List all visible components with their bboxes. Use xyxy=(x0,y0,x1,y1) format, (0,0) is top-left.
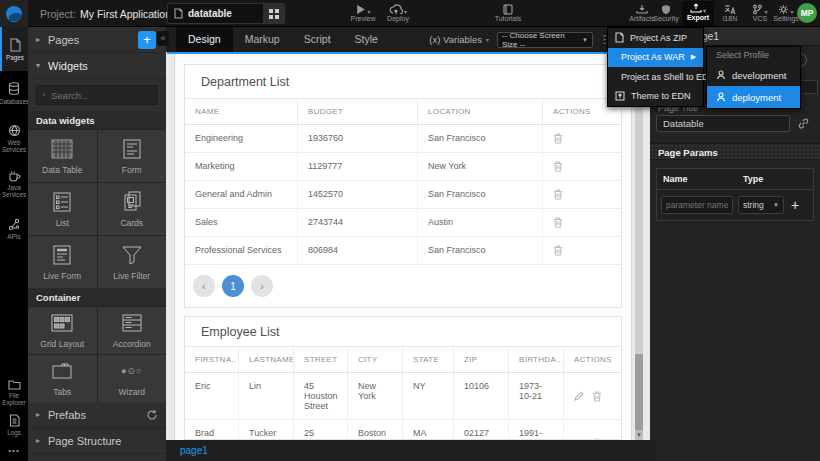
table-row[interactable]: BradTucker 25 Liberty PlBoston MA02127 1… xyxy=(185,420,621,440)
tab-style[interactable]: Style xyxy=(343,27,390,52)
canvas-scrollbar[interactable]: ▼ xyxy=(635,54,643,440)
table-row[interactable]: EricLin 45 Houston StreetNew York NY1010… xyxy=(185,373,621,420)
delete-row-icon[interactable] xyxy=(553,189,563,200)
rail-item-web-services[interactable]: Web Services xyxy=(0,115,28,161)
settings-caret-icon[interactable]: ▾ xyxy=(790,8,793,15)
table-row[interactable]: General and Admin1452570San Francisco xyxy=(185,181,621,209)
preview-button[interactable]: ▾ Preview xyxy=(346,2,380,22)
menu-item-project-as-shell[interactable]: Project as Shell to EDN xyxy=(608,67,703,87)
select-profile-header: Select Profile xyxy=(707,47,800,64)
col-name[interactable]: NAME xyxy=(185,99,297,124)
rail-item-java-services[interactable]: Java Services xyxy=(0,161,28,207)
widget-tile-data-table[interactable]: Data Table xyxy=(28,130,97,182)
menu-item-deployment[interactable]: deployment xyxy=(707,86,800,108)
scrollbar-down-arrow-icon[interactable]: ▼ xyxy=(635,430,643,440)
variables-section-header[interactable]: ▸ Variables xyxy=(28,454,166,461)
add-page-button[interactable]: + xyxy=(138,31,156,49)
vcs-caret-icon[interactable]: ▾ xyxy=(764,8,767,15)
pagination-next-button[interactable]: › xyxy=(251,275,273,297)
widget-tile-accordion[interactable]: Accordion xyxy=(98,307,167,354)
menu-item-theme-to-edn[interactable]: Theme to EDN xyxy=(608,87,703,107)
widget-tile-form[interactable]: Form xyxy=(98,130,167,182)
deploy-button[interactable]: ▾ Deploy xyxy=(380,2,416,22)
preview-label: Preview xyxy=(351,15,376,22)
page-title-input[interactable] xyxy=(656,115,790,132)
screen-size-select[interactable]: -- Choose Screen Size -- ▼ xyxy=(497,32,593,48)
employee-list-widget[interactable]: Employee List FIRSTNA.. LASTNAME STREET … xyxy=(184,316,622,440)
prefabs-chevron-icon: ▸ xyxy=(36,410,48,419)
tab-design[interactable]: Design xyxy=(176,27,233,52)
widget-tile-wizard[interactable]: ●⊙○ Wizard xyxy=(98,355,167,402)
widget-search[interactable] xyxy=(36,85,158,105)
widget-tile-grid-layout[interactable]: Grid Layout xyxy=(28,307,97,354)
param-type-caret-icon: ▼ xyxy=(773,202,779,208)
edit-row-icon[interactable] xyxy=(574,391,584,401)
refresh-icon[interactable] xyxy=(146,409,158,421)
rail-item-logs[interactable]: Logs xyxy=(0,410,28,440)
department-list-widget[interactable]: Department List NAME BUDGET LOCATION ACT… xyxy=(184,64,622,308)
rail-item-file-explorer[interactable]: File Explorer xyxy=(0,375,28,410)
variables-dropdown[interactable]: (x) Variables ▾ xyxy=(429,34,489,45)
delete-row-icon[interactable] xyxy=(553,161,563,172)
page-grid-icon[interactable] xyxy=(263,4,284,23)
tab-markup[interactable]: Markup xyxy=(233,27,292,52)
preview-caret-icon[interactable]: ▾ xyxy=(367,8,370,15)
table-row[interactable]: Professional Services806984San Francisco xyxy=(185,237,621,265)
widget-tile-list[interactable]: List xyxy=(28,183,97,235)
theme-export-icon xyxy=(615,91,625,101)
security-label: Security xyxy=(653,15,678,22)
project-name[interactable]: My First Application xyxy=(80,8,171,20)
export-button[interactable]: ▾ Export xyxy=(682,1,714,26)
delete-row-icon[interactable] xyxy=(553,133,563,144)
widget-search-input[interactable] xyxy=(51,90,151,101)
app-logo[interactable] xyxy=(0,0,28,27)
param-type-select[interactable]: string ▼ xyxy=(738,196,784,214)
i18n-button[interactable]: i18N xyxy=(716,2,744,22)
menu-item-project-as-zip[interactable]: Project As ZIP xyxy=(608,28,703,48)
deploy-caret-icon[interactable]: ▾ xyxy=(404,8,407,15)
rail-item-pages[interactable]: Pages xyxy=(0,27,28,71)
prefabs-section-header[interactable]: ▸ Prefabs xyxy=(28,402,166,428)
user-avatar[interactable]: MP xyxy=(797,3,817,23)
panel-control-box[interactable] xyxy=(800,80,818,94)
table-row[interactable]: Sales2743744Austin xyxy=(185,209,621,237)
tab-script[interactable]: Script xyxy=(292,27,343,52)
page-structure-section-header[interactable]: ▸ Page Structure xyxy=(28,428,166,454)
add-param-button[interactable]: + xyxy=(791,197,799,213)
rail-more-button[interactable]: ••• xyxy=(0,440,28,457)
pagination-prev-button[interactable]: ‹ xyxy=(193,275,215,297)
pages-section-header[interactable]: ▸ Pages + xyxy=(28,27,166,53)
design-canvas[interactable]: Department List NAME BUDGET LOCATION ACT… xyxy=(166,52,650,440)
param-name-input[interactable] xyxy=(661,196,733,214)
widget-tile-tabs[interactable]: Tabs xyxy=(28,355,97,402)
tile-label: Data Table xyxy=(42,165,82,175)
col-location[interactable]: LOCATION xyxy=(417,99,542,124)
security-button[interactable]: Security xyxy=(650,2,682,22)
widgets-section-header[interactable]: ▾ Widgets xyxy=(28,53,166,79)
menu-item-project-as-war[interactable]: Project As WAR ▶ xyxy=(608,48,703,68)
scrollbar-thumb[interactable] xyxy=(635,354,643,430)
pagination-current-page[interactable]: 1 xyxy=(222,275,244,297)
table-row[interactable]: Engineering1936760San Francisco xyxy=(185,125,621,153)
panel-collapse-button[interactable]: « xyxy=(157,31,169,46)
widget-tile-live-filter[interactable]: Live Filter xyxy=(98,236,167,288)
open-page-tab[interactable]: page1 xyxy=(166,445,208,456)
menu-item-development[interactable]: development xyxy=(707,64,800,86)
delete-row-icon[interactable] xyxy=(553,245,563,256)
bind-link-icon[interactable] xyxy=(797,117,810,130)
widget-tile-live-form[interactable]: Live Form xyxy=(28,236,97,288)
rail-item-databases[interactable]: Databases xyxy=(0,71,28,115)
rail-item-apis[interactable]: APIs xyxy=(0,207,28,251)
delete-row-icon[interactable] xyxy=(553,217,563,228)
widget-tile-cards[interactable]: Cards xyxy=(98,183,167,235)
table-row[interactable]: Marketing1129777New York xyxy=(185,153,621,181)
page-selector[interactable]: datatable xyxy=(167,3,285,24)
left-rail: Pages Databases Web Services Java Servic… xyxy=(0,27,28,461)
delete-row-icon[interactable] xyxy=(592,391,602,402)
tutorials-button[interactable]: Tutorials xyxy=(488,2,528,22)
artifacts-download-icon xyxy=(636,4,648,15)
zip-file-icon xyxy=(615,32,624,43)
col-budget[interactable]: BUDGET xyxy=(297,99,417,124)
export-label: Export xyxy=(687,14,709,21)
canvas-toolbar: Design Markup Script Style (x) Variables… xyxy=(166,27,650,52)
